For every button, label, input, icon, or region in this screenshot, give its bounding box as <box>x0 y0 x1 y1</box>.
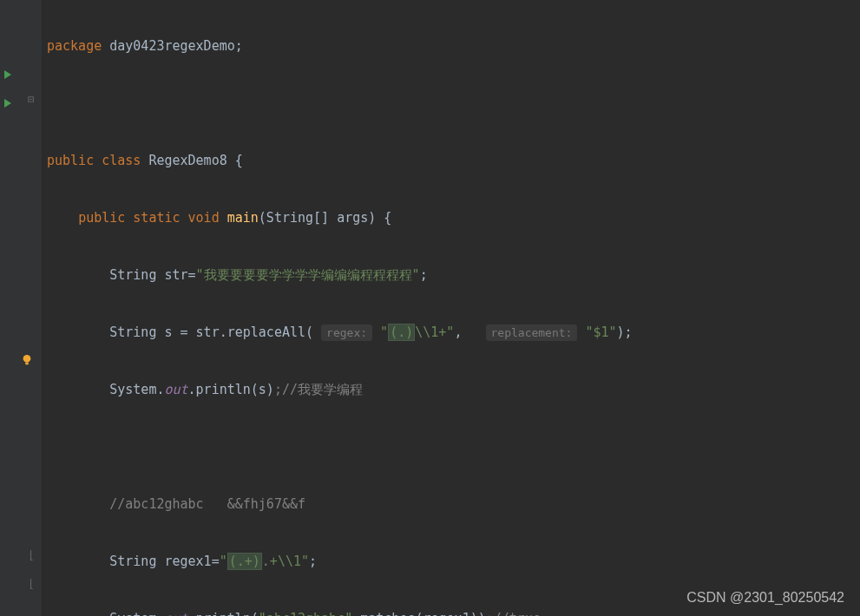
decl: String str= <box>109 267 195 283</box>
comma: , <box>454 324 485 340</box>
params: (String[] args) <box>259 210 384 226</box>
out-field: out <box>164 382 187 397</box>
fold-end-icon: ⌊ <box>28 577 35 590</box>
string: .+\\1" <box>262 554 309 569</box>
param-hint: replacement: <box>486 324 578 341</box>
decl: String s = str.replaceAll( <box>109 324 321 340</box>
code-line[interactable] <box>42 433 860 462</box>
method-name: main <box>227 210 259 226</box>
param-hint: regex: <box>321 324 372 341</box>
regex-group: (.) <box>388 324 415 341</box>
sys: System <box>109 611 156 616</box>
paren: ( <box>251 611 259 616</box>
println: println <box>196 382 251 397</box>
semi: ; <box>309 554 317 569</box>
keyword: package <box>47 38 109 54</box>
brace: { <box>235 153 243 168</box>
gutter: ⊟ ⌊ ⌊ <box>0 0 42 616</box>
keyword: void <box>188 210 227 226</box>
sys: System <box>109 382 156 397</box>
class-name: RegexDemo8 <box>148 153 234 168</box>
run-class-icon[interactable] <box>2 68 14 80</box>
code-line[interactable]: public static void main(String[] args) { <box>42 204 860 233</box>
run-method-icon[interactable] <box>2 96 14 108</box>
watermark: CSDN @2301_80250542 <box>686 590 844 606</box>
string: "我要要要要学学学学编编编程程程程" <box>196 267 420 283</box>
call: .matches(regex1)) <box>352 611 486 616</box>
string: "$1" <box>577 324 616 340</box>
keyword: static <box>133 210 187 226</box>
code-line[interactable]: String s = str.replaceAll( regex: "(.)\\… <box>42 318 860 347</box>
svg-rect-1 <box>25 363 29 365</box>
comment: ;//true <box>486 611 541 616</box>
code-line[interactable]: //abc12ghabc &&fhj67&&f <box>42 490 860 519</box>
code-line[interactable]: public class RegexDemo8 { <box>42 147 860 175</box>
svg-point-0 <box>23 355 31 363</box>
keyword: public <box>47 153 102 168</box>
fold-icon[interactable]: ⊟ <box>28 93 35 106</box>
semi: ; <box>420 267 428 283</box>
regex-group: (.+) <box>227 553 262 570</box>
out-field: out <box>164 611 187 616</box>
comment: ;//我要学编程 <box>274 382 363 397</box>
dot: . <box>188 382 196 397</box>
code-line[interactable]: String regex1="(.+).+\\1"; <box>42 547 860 576</box>
fold-end-icon: ⌊ <box>28 548 35 561</box>
code-editor: ⊟ ⌊ ⌊ package day0423regexDemo; public c… <box>0 0 860 616</box>
package-name: day0423regexDemo <box>109 38 235 54</box>
decl: String regex1= <box>109 554 219 569</box>
keyword: public <box>78 210 133 226</box>
code-line[interactable]: System.out.println(s);//我要学编程 <box>42 376 860 404</box>
comment: //abc12ghabc &&fhj67&&f <box>109 496 305 512</box>
code-line[interactable]: package day0423regexDemo; <box>42 32 860 61</box>
code-line[interactable]: String str="我要要要要学学学学编编编程程程程"; <box>42 261 860 290</box>
code-line[interactable] <box>42 89 860 118</box>
paren: ) <box>617 324 625 340</box>
code-area[interactable]: package day0423regexDemo; public class R… <box>42 0 860 616</box>
semi: ; <box>235 38 243 54</box>
string: " <box>380 324 388 340</box>
arg: (s) <box>251 382 274 397</box>
intention-bulb-icon[interactable] <box>21 354 33 366</box>
string: " <box>220 554 227 569</box>
keyword: class <box>102 153 148 168</box>
semi: ; <box>625 324 633 340</box>
string: \\1+" <box>415 324 454 340</box>
println: println <box>196 611 251 616</box>
dot: . <box>188 611 196 616</box>
string-warn: "abc12ghabc" <box>259 611 352 616</box>
code-line[interactable]: System.out.println("abc12ghabc".matches(… <box>42 605 860 616</box>
brace: { <box>384 210 391 226</box>
